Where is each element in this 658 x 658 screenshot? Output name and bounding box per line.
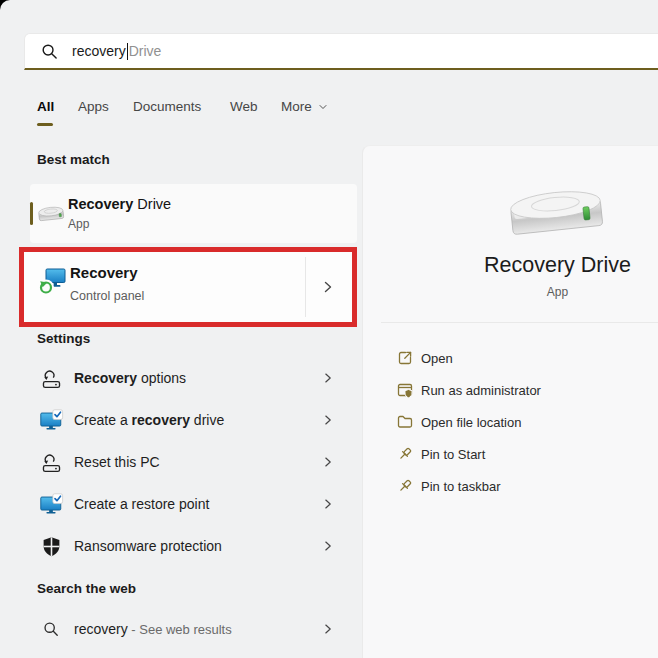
label-pre: Ransomware protection [74,538,222,554]
chevron-right-icon [321,455,335,469]
web-rest: - See web results [128,622,232,637]
action-label: Open file location [421,415,521,430]
action-label: Pin to Start [421,447,485,462]
action-label: Open [421,351,453,366]
settings-item-recovery-options[interactable]: Recovery options [30,357,357,399]
selection-indicator [30,202,33,225]
settings-item-reset-this-pc[interactable]: Reset this PC [30,441,357,483]
control-panel-recovery-icon [38,266,68,296]
chevron-right-icon [320,279,336,295]
chevron-right-icon [321,371,335,385]
action-run-as-administrator[interactable]: Run as administrator [363,374,658,406]
action-open[interactable]: Open [363,342,658,374]
text-cursor [127,43,128,60]
admin-window-icon [396,381,414,399]
settings-item-ransomware-protection[interactable]: Ransomware protection [30,525,357,567]
best-match-title: Recovery Drive [68,196,171,212]
hard-drive-icon [36,201,66,225]
preview-divider [381,322,658,323]
settings-item-label: Create a recovery drive [74,412,224,428]
action-open-file-location[interactable]: Open file location [363,406,658,438]
tab-more-label: More [281,99,312,114]
tab-documents[interactable]: Documents [133,99,201,114]
search-suggestion-text: Drive [129,43,162,59]
item-divider [305,257,306,317]
action-label: Pin to taskbar [421,479,501,494]
search-query-text: recovery [72,43,126,59]
search-icon [38,621,64,637]
search-input[interactable]: recovery Drive [24,33,658,70]
label-match: recovery [132,412,190,428]
chevron-right-icon [321,497,335,511]
recovery-control-panel-item[interactable]: Recovery Control panel [24,252,352,322]
pin-icon [396,477,414,495]
settings-item-label: Ransomware protection [74,538,222,554]
open-icon [396,349,414,367]
web-result-item[interactable]: recovery - See web results [30,608,357,650]
hard-drive-large-icon [501,174,611,246]
preview-subtitle: App [363,285,658,299]
reset-pc-icon [38,366,64,391]
search-flyout: recovery Drive All Apps Documents Web Mo… [0,0,658,658]
action-label: Run as administrator [421,383,541,398]
monitor-check-icon [38,491,64,517]
chevron-right-icon [321,413,335,427]
tab-web[interactable]: Web [230,99,258,114]
preview-panel: Recovery Drive App Open Run as administr… [362,145,658,658]
settings-item-label: Create a restore point [74,496,209,512]
pin-icon [396,445,414,463]
tab-apps[interactable]: Apps [78,99,109,114]
settings-item-label: Recovery options [74,370,186,386]
selected-tab-underline [37,123,53,126]
best-match-title-bold: Recovery [68,196,133,212]
label-post: options [137,370,186,386]
web-result-label: recovery - See web results [74,621,232,637]
search-web-header: Search the web [37,581,136,596]
action-pin-to-taskbar[interactable]: Pin to taskbar [363,470,658,502]
settings-item-create-restore-point[interactable]: Create a restore point [30,483,357,525]
highlighted-item-subtitle: Control panel [70,289,144,303]
preview-title: Recovery Drive [363,253,658,278]
best-match-subtitle: App [68,217,89,231]
label-post: drive [190,412,224,428]
best-match-title-rest: Drive [133,196,171,212]
tab-more[interactable]: More [281,99,329,114]
settings-item-label: Reset this PC [74,454,160,470]
reset-pc-icon [38,450,64,475]
highlighted-item-title: Recovery [70,264,138,281]
action-pin-to-start[interactable]: Pin to Start [363,438,658,470]
filter-tabs: All Apps Documents Web More [0,96,658,130]
highlight-annotation: Recovery Control panel [19,247,357,327]
label-pre: Create a restore point [74,496,209,512]
security-shield-icon [38,536,64,557]
settings-header: Settings [37,331,90,346]
best-match-header: Best match [37,152,110,167]
best-match-item[interactable]: Recovery Drive App [30,184,357,243]
web-query: recovery [74,621,128,637]
tab-all[interactable]: All [37,99,54,114]
chevron-down-icon [317,101,329,113]
chevron-right-icon [321,622,335,636]
chevron-right-icon [321,539,335,553]
search-icon [41,43,58,60]
folder-icon [396,413,414,431]
label-pre: Reset this PC [74,454,160,470]
settings-item-create-recovery-drive[interactable]: Create a recovery drive [30,399,357,441]
monitor-check-icon [38,407,64,433]
label-match: Recovery [74,370,137,386]
label-pre: Create a [74,412,132,428]
